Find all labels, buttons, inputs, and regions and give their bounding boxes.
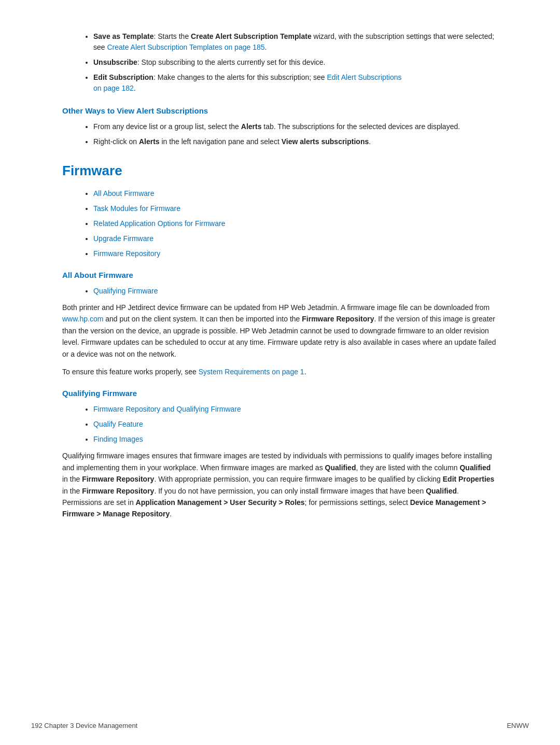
upgrade-firmware-link[interactable]: Upgrade Firmware xyxy=(93,234,153,243)
page-footer: 192 Chapter 3 Device Management ENWW xyxy=(0,722,560,729)
firmware-link-item-5: Firmware Repository xyxy=(93,248,498,259)
other-ways-list: From any device list or a group list, se… xyxy=(93,121,498,147)
page-content: Save as Template: Starts the Create Aler… xyxy=(0,0,560,568)
firmware-repository-bold: Firmware Repository xyxy=(302,315,374,323)
firmware-links-list: All About Firmware Task Modules for Firm… xyxy=(93,188,498,259)
app-management-bold: Application Management > User Security >… xyxy=(136,498,305,507)
top-bullets-section: Save as Template: Starts the Create Aler… xyxy=(62,31,498,94)
bullet-edit-subscription: Edit Subscription: Make changes to the a… xyxy=(93,72,498,94)
related-app-options-link[interactable]: Related Application Options for Firmware xyxy=(93,219,225,228)
edit-subscription-text1: : Make changes to the alerts for this su… xyxy=(153,73,327,81)
firmware-repo-qualifying-link[interactable]: Firmware Repository and Qualifying Firmw… xyxy=(93,405,241,413)
qualifying-links-list: Firmware Repository and Qualifying Firmw… xyxy=(93,404,498,445)
firmware-link-item-4: Upgrade Firmware xyxy=(93,233,498,244)
create-alert-bold: Create Alert Subscription Template xyxy=(191,32,312,40)
view-alerts-bold: View alerts subscriptions xyxy=(282,137,369,146)
qualifying-link-item-3: Finding Images xyxy=(93,434,498,445)
all-about-heading: All About Firmware xyxy=(62,271,498,279)
unsubscribe-label: Unsubscribe xyxy=(93,58,137,66)
firmware-link-item-3: Related Application Options for Firmware xyxy=(93,218,498,229)
firmware-link-item-1: All About Firmware xyxy=(93,188,498,199)
qualifying-link-item-2: Qualify Feature xyxy=(93,419,498,430)
qualified-bold-2: Qualified xyxy=(459,463,491,472)
all-about-links-list: Qualifying Firmware xyxy=(93,286,498,297)
qualified-bold-3: Qualified xyxy=(426,487,457,495)
task-modules-link[interactable]: Task Modules for Firmware xyxy=(93,204,180,213)
top-bullet-list: Save as Template: Starts the Create Aler… xyxy=(93,31,498,94)
footer-left: 192 Chapter 3 Device Management xyxy=(31,722,137,729)
qualified-bold-1: Qualified xyxy=(325,463,356,472)
bullet-unsubscribe: Unsubscribe: Stop subscribing to the ale… xyxy=(93,57,498,68)
qualifying-link-item-1: Firmware Repository and Qualifying Firmw… xyxy=(93,404,498,415)
www-hp-com-link[interactable]: www.hp.com xyxy=(62,315,103,323)
save-as-template-label: Save as Template xyxy=(93,32,153,40)
all-about-paragraph: Both printer and HP Jetdirect device fir… xyxy=(62,302,498,360)
firmware-repository-bold-2: Firmware Repository xyxy=(82,475,154,483)
qualify-feature-link[interactable]: Qualify Feature xyxy=(93,420,143,428)
alerts-bold-2: Alerts xyxy=(139,137,160,146)
all-about-paragraph2: To ensure this feature works properly, s… xyxy=(62,366,498,377)
bullet-save-as-template: Save as Template: Starts the Create Aler… xyxy=(93,31,498,53)
firmware-link-item-2: Task Modules for Firmware xyxy=(93,203,498,214)
qualifying-paragraph: Qualifying firmware images ensures that … xyxy=(62,450,498,519)
firmware-repository-link[interactable]: Firmware Repository xyxy=(93,249,160,258)
create-alert-link[interactable]: Create Alert Subscription Templates on p… xyxy=(107,43,264,51)
other-ways-heading: Other Ways to View Alert Subscriptions xyxy=(62,106,498,115)
edit-subscription-label: Edit Subscription xyxy=(93,73,153,81)
footer-right: ENWW xyxy=(507,722,529,729)
firmware-heading: Firmware xyxy=(62,163,498,179)
firmware-repository-bold-3: Firmware Repository xyxy=(82,487,154,495)
qualifying-firmware-link[interactable]: Qualifying Firmware xyxy=(93,287,158,295)
qualifying-firmware-link-item: Qualifying Firmware xyxy=(93,286,498,297)
other-ways-section: Other Ways to View Alert Subscriptions F… xyxy=(62,106,498,147)
system-requirements-link[interactable]: System Requirements on page 1 xyxy=(199,368,304,376)
alerts-bold-1: Alerts xyxy=(241,122,262,131)
other-ways-item-1: From any device list or a group list, se… xyxy=(93,121,498,132)
unsubscribe-text: : Stop subscribing to the alerts current… xyxy=(137,58,326,66)
qualifying-heading: Qualifying Firmware xyxy=(62,389,498,398)
other-ways-item-2: Right-click on Alerts in the left naviga… xyxy=(93,136,498,147)
all-about-firmware-link[interactable]: All About Firmware xyxy=(93,189,154,198)
edit-properties-bold: Edit Properties xyxy=(443,475,495,483)
finding-images-link[interactable]: Finding Images xyxy=(93,435,143,443)
save-as-template-text1: : Starts the xyxy=(153,32,191,40)
